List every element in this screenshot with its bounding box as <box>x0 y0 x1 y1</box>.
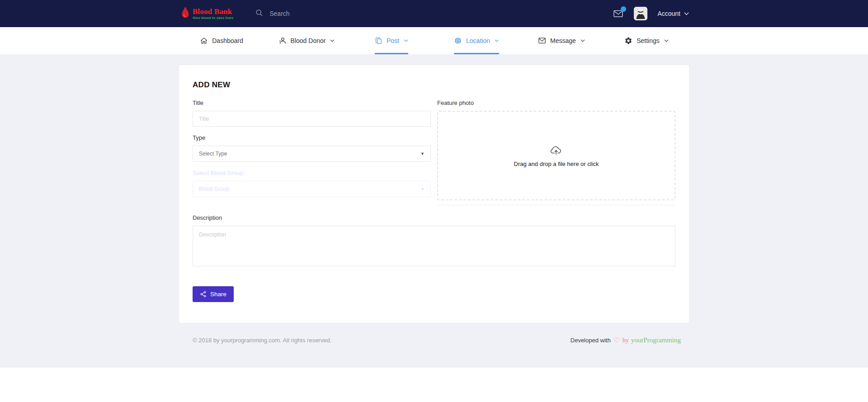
notification-dot <box>621 6 626 12</box>
chevron-down-icon <box>495 39 499 42</box>
file-dropzone[interactable]: Drag and drop a file here or click <box>437 111 675 200</box>
type-select-value: Select Type <box>199 151 227 157</box>
form-right-column: Feature photo Drag and drop a file here … <box>437 99 675 205</box>
form-left-column: Title Type Select Type ▼ Select Blood Gr… <box>193 99 431 205</box>
blood-bank-logo[interactable]: Blood Bank Give blood to save lives <box>179 6 233 21</box>
title-label: Title <box>193 99 431 106</box>
chevron-down-icon <box>664 39 669 42</box>
nav-label: Blood Donor <box>291 37 326 44</box>
page-body: ADD NEW Title Type Select Type ▼ Select … <box>0 54 868 368</box>
copyright-text: © 2018 by yourprogramming.com. All right… <box>193 337 331 344</box>
nav-item-blood-donor[interactable]: Blood Donor <box>264 27 349 54</box>
share-icon <box>200 291 207 298</box>
type-label: Type <box>193 134 431 141</box>
footer: © 2018 by yourprogramming.com. All right… <box>179 336 689 344</box>
chevron-down-icon <box>580 39 585 42</box>
by-text: by <box>623 337 629 344</box>
chevron-down-icon <box>684 12 689 15</box>
envelope-icon <box>538 37 546 44</box>
donor-icon <box>278 37 287 45</box>
blood-group-label: Select Blood Group <box>193 170 431 176</box>
cloud-upload-icon <box>550 144 563 156</box>
search-icon <box>255 9 263 19</box>
dropzone-divider <box>437 205 675 205</box>
gear-icon <box>624 37 632 45</box>
account-label: Account <box>657 10 680 17</box>
post-icon <box>375 37 382 45</box>
type-select[interactable]: Select Type ▼ <box>193 146 431 162</box>
topbar-right: Account <box>613 7 689 20</box>
select-arrow-icon: ▼ <box>420 151 425 156</box>
dropzone-text: Drag and drop a file here or click <box>514 161 599 167</box>
description-textarea[interactable] <box>193 226 675 266</box>
add-new-card: ADD NEW Title Type Select Type ▼ Select … <box>179 65 689 323</box>
globe-icon <box>454 37 462 45</box>
type-field-group: Type Select Type ▼ <box>193 134 431 162</box>
developed-by: Developed with ♡ by yourProgramming <box>571 336 681 344</box>
mail-icon[interactable] <box>613 9 624 18</box>
search-bar <box>255 9 378 19</box>
nav-label: Dashboard <box>212 37 243 44</box>
title-field-group: Title <box>193 99 431 127</box>
blood-group-select[interactable]: Blood Group ▼ <box>193 181 431 197</box>
blood-drop-icon <box>181 6 190 21</box>
nav-item-dashboard[interactable]: Dashboard <box>179 27 264 54</box>
share-button[interactable]: Share <box>193 286 234 302</box>
developed-with-text: Developed with <box>571 337 611 344</box>
nav-label: Settings <box>637 37 660 44</box>
avatar[interactable] <box>634 7 647 20</box>
nav-item-post[interactable]: Post <box>349 27 434 54</box>
page-title: ADD NEW <box>193 80 675 90</box>
home-icon <box>200 37 208 45</box>
main-nav: Dashboard Blood Donor <box>0 27 868 54</box>
topbar: Blood Bank Give blood to save lives <box>0 0 868 27</box>
select-arrow-icon: ▼ <box>420 187 425 191</box>
chevron-down-icon <box>330 39 335 42</box>
description-label: Description <box>193 214 675 221</box>
brand-link[interactable]: yourProgramming <box>631 336 681 344</box>
nav-item-location[interactable]: Location <box>434 27 519 54</box>
nav-item-settings[interactable]: Settings <box>604 27 689 54</box>
feature-photo-label: Feature photo <box>437 99 675 106</box>
logo-title: Blood Bank <box>193 8 233 15</box>
title-input[interactable] <box>193 111 431 127</box>
nav-item-message[interactable]: Message <box>519 27 604 54</box>
nav-label: Post <box>387 37 399 44</box>
feature-photo-group: Feature photo Drag and drop a file here … <box>437 99 675 205</box>
chevron-down-icon <box>404 39 408 42</box>
share-button-label: Share <box>210 291 226 298</box>
search-input[interactable] <box>269 10 378 17</box>
heart-icon: ♡ <box>613 337 620 344</box>
description-field-group: Description <box>193 214 675 268</box>
blood-group-select-value: Blood Group <box>199 186 229 192</box>
nav-label: Location <box>466 37 490 44</box>
logo-tagline: Give blood to save lives <box>193 16 233 20</box>
account-menu[interactable]: Account <box>657 10 689 17</box>
nav-label: Message <box>550 37 576 44</box>
blood-group-field-group: Select Blood Group Blood Group ▼ <box>193 170 431 197</box>
